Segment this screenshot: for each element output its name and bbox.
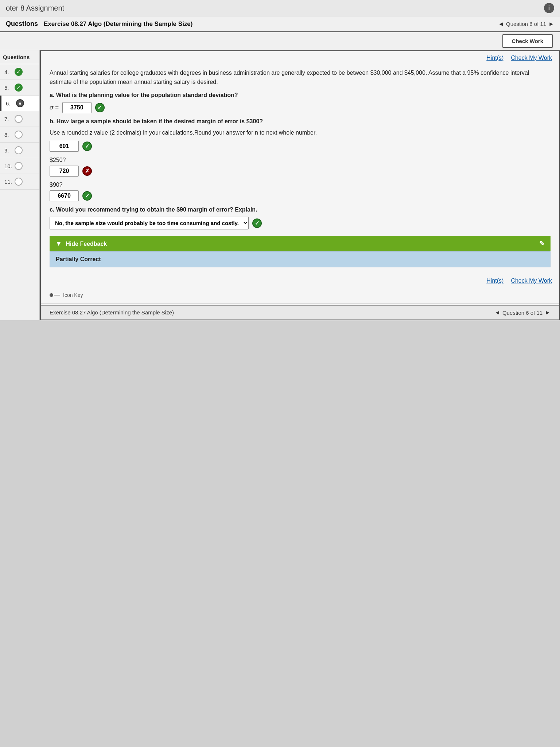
sidebar-num-10: 10. [4,163,15,169]
main-content-area: Hint(s) Check My Work Annual starting sa… [40,50,560,320]
sigma-input[interactable]: 3750 [62,102,92,113]
icon-key-symbol [50,293,60,297]
margin-300-input[interactable]: 601 [50,141,79,152]
check-my-work-link-top[interactable]: Check My Work [511,55,552,61]
questions-section-label: Questions [6,20,38,28]
check-my-work-link-bottom[interactable]: Check My Work [511,278,552,284]
sidebar-status-9 [15,146,23,154]
margin-90-label: $90? [50,182,551,188]
footer-question-nav: ◄ Question 6 of 11 ► [494,309,551,316]
margin-90-row: 6670 ✓ [50,190,551,201]
sigma-answer-row: σ = 3750 ✓ [50,102,551,113]
hint-link-bottom[interactable]: Hint(s) [486,278,503,284]
margin-90-input[interactable]: 6670 [50,190,79,201]
sidebar-num-5: 5. [4,85,15,91]
info-icon[interactable]: i [544,3,554,13]
footer-exercise-label: Exercise 08.27 Algo (Determining the Sam… [50,309,174,316]
next-question-arrow[interactable]: ► [548,21,554,27]
footer-exercise-row: Exercise 08.27 Algo (Determining the Sam… [41,305,559,320]
sidebar-num-4: 4. [4,69,15,75]
sidebar-status-10 [15,162,23,170]
margin-300-correct-icon: ✓ [82,142,92,151]
sidebar-num-11: 11. [4,179,15,185]
page-title: oter 8 Assignment [6,4,64,12]
sidebar-num-8: 8. [4,132,15,138]
sidebar-item-9[interactable]: 9. [0,143,39,158]
footer-next-arrow[interactable]: ► [545,309,551,316]
feedback-bar-icon: ✎ [539,240,545,248]
hint-checkwork-bottom: Hint(s) Check My Work [41,273,559,289]
prev-question-arrow[interactable]: ◄ [498,21,504,27]
question-counter: Question 6 of 11 [506,21,546,27]
hint-link-top[interactable]: Hint(s) [486,55,503,61]
part-b-label: b. How large a sample should be taken if… [50,118,551,125]
partially-correct-label: Partially Correct [56,256,101,262]
sidebar-item-8[interactable]: 8. [0,127,39,143]
part-b-sub: Use a rounded z value (2 decimals) in yo… [50,128,551,138]
sidebar-header: Questions [0,50,39,64]
content-header: Questions Exercise 08.27 Algo (Determini… [0,16,560,32]
icon-key-row: Icon Key [41,289,559,302]
sidebar-item-5[interactable]: 5. ✓ [0,80,39,96]
question-body: Annual starting salaries for college gra… [41,65,559,273]
sidebar-status-4: ✓ [15,68,23,76]
hint-checkwork-top: Hint(s) Check My Work [41,51,559,65]
sidebar-item-7[interactable]: 7. [0,111,39,127]
margin-90-correct-icon: ✓ [82,191,92,201]
sidebar-status-7 [15,115,23,123]
margin-250-label: $250? [50,157,551,163]
margin-250-row: 720 ✗ [50,166,551,177]
sigma-correct-icon: ✓ [95,103,105,112]
sidebar-status-8 [15,131,23,139]
part-c-dropdown-row: No, the sample size would probably be to… [50,217,551,229]
footer-question-counter: Question 6 of 11 [502,310,542,316]
margin-250-input[interactable]: 720 [50,166,79,177]
partially-correct-bar: Partially Correct [50,251,551,267]
question-nav: ◄ Question 6 of 11 ► [498,21,554,27]
top-bar: oter 8 Assignment i [0,0,560,16]
footer-prev-arrow[interactable]: ◄ [494,309,500,316]
question-paragraph: Annual starting salaries for college gra… [50,69,551,87]
check-work-top-row: Check Work [0,32,560,50]
main-layout: Questions 4. ✓ 5. ✓ 6. ● 7. 8. 9. [0,50,560,320]
sidebar-item-11[interactable]: 11. [0,174,39,190]
hide-feedback-bar[interactable]: ▼ Hide Feedback ✎ [50,236,551,251]
sidebar-num-7: 7. [4,116,15,122]
hide-feedback-label: ▼ Hide Feedback [55,240,107,248]
part-c-dropdown[interactable]: No, the sample size would probably be to… [50,217,249,229]
sigma-label: σ = [50,104,59,111]
margin-250-wrong-icon: ✗ [82,166,92,176]
sidebar-status-11 [15,178,23,186]
sidebar-item-4[interactable]: 4. ✓ [0,64,39,80]
icon-key-label: Icon Key [63,292,83,298]
sidebar-num-6: 6. [6,100,16,107]
part-c-correct-icon: ✓ [252,218,262,228]
sidebar-status-6: ● [16,99,24,107]
check-work-button-top[interactable]: Check Work [502,34,553,48]
sidebar-item-10[interactable]: 10. [0,158,39,174]
sidebar-num-9: 9. [4,147,15,154]
exercise-title: Exercise 08.27 Algo (Determining the Sam… [44,20,192,28]
sidebar: Questions 4. ✓ 5. ✓ 6. ● 7. 8. 9. [0,50,40,320]
part-a-label: a. What is the planning value for the po… [50,92,551,98]
margin-300-row: 601 ✓ [50,141,551,152]
sidebar-status-5: ✓ [15,84,23,92]
sidebar-item-6[interactable]: 6. ● [0,96,39,111]
part-c-label: c. Would you recommend trying to obtain … [50,206,551,213]
